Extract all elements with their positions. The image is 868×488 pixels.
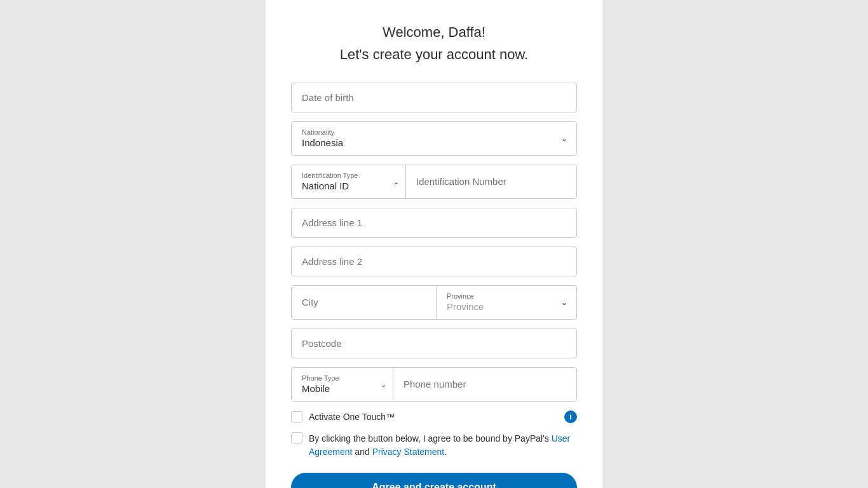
terms-row: By clicking the button below, I agree to… [291,432,577,459]
nationality-value: Indonesia [302,137,343,148]
province-value: Province [447,301,484,312]
id-type-label: Identification Type [302,172,395,179]
city-province-group: Province Province ⌄ [291,285,577,320]
form-body: Nationality Indonesia ⌄ Identification T… [291,83,577,488]
nationality-label: Nationality [302,128,566,136]
phone-number-input[interactable] [393,368,576,401]
address1-group [291,208,577,238]
province-select[interactable]: Province Province ⌄ [437,286,576,319]
nationality-select[interactable]: Nationality Indonesia ⌄ [291,121,577,156]
nationality-group: Nationality Indonesia ⌄ [291,121,577,156]
phone-row: Phone Type Mobile ⌄ [291,367,577,402]
province-label: Province [447,292,566,300]
privacy-statement-link[interactable]: Privacy Statement [372,447,445,457]
terms-text-mid: and [352,447,372,457]
one-touch-checkbox[interactable] [291,411,302,423]
phone-type-chevron-icon: ⌄ [381,380,386,388]
address2-group [291,247,577,276]
one-touch-label: Activate One Touch™ [309,412,395,422]
create-account-button[interactable]: Agree and create account [291,473,577,488]
terms-checkbox[interactable] [291,432,302,444]
id-group: Identification Type National ID ⌄ [291,165,577,199]
terms-text-pre: By clicking the button below, I agree to… [309,433,552,444]
one-touch-info-icon[interactable]: i [564,410,577,423]
phone-type-value: Mobile [302,383,330,394]
phone-group: Phone Type Mobile ⌄ [291,367,577,402]
id-type-value: National ID [302,180,349,191]
postcode-group [291,329,577,358]
terms-text-post: . [444,447,447,457]
form-card: Welcome, Daffa! Let's create your accoun… [266,0,602,488]
welcome-title-line1: Welcome, Daffa! [291,23,577,43]
city-province-row: Province Province ⌄ [291,285,577,320]
dob-group [291,83,577,112]
terms-text: By clicking the button below, I agree to… [309,432,577,459]
id-type-select[interactable]: Identification Type National ID ⌄ [292,165,406,198]
postcode-input[interactable] [291,329,577,358]
province-chevron-icon: ⌄ [561,298,567,307]
phone-type-label: Phone Type [302,374,383,382]
id-type-chevron-icon: ⌄ [393,177,399,186]
address2-input[interactable] [291,247,577,276]
city-input[interactable] [292,286,437,319]
dob-input[interactable] [291,83,577,112]
id-number-input[interactable] [406,165,576,198]
id-row: Identification Type National ID ⌄ [291,165,577,199]
welcome-title-line2: Let's create your account now. [291,45,577,65]
address1-input[interactable] [291,208,577,238]
phone-type-select[interactable]: Phone Type Mobile ⌄ [292,368,393,401]
one-touch-row: Activate One Touch™ i [291,410,577,423]
nationality-chevron-icon: ⌄ [561,134,567,143]
page-container: Welcome, Daffa! Let's create your accoun… [0,0,868,488]
